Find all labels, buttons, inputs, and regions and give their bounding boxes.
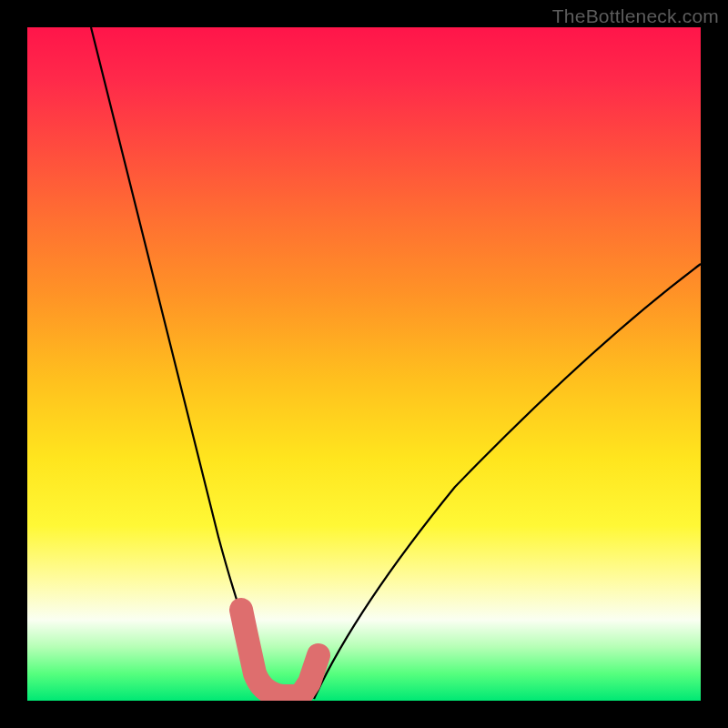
chart-svg (27, 27, 701, 701)
valley-accent-marker (241, 610, 318, 696)
left-curve (91, 27, 278, 699)
watermark-text: TheBottleneck.com (552, 5, 719, 27)
right-curve (314, 264, 701, 699)
chart-plot-area (27, 27, 701, 701)
